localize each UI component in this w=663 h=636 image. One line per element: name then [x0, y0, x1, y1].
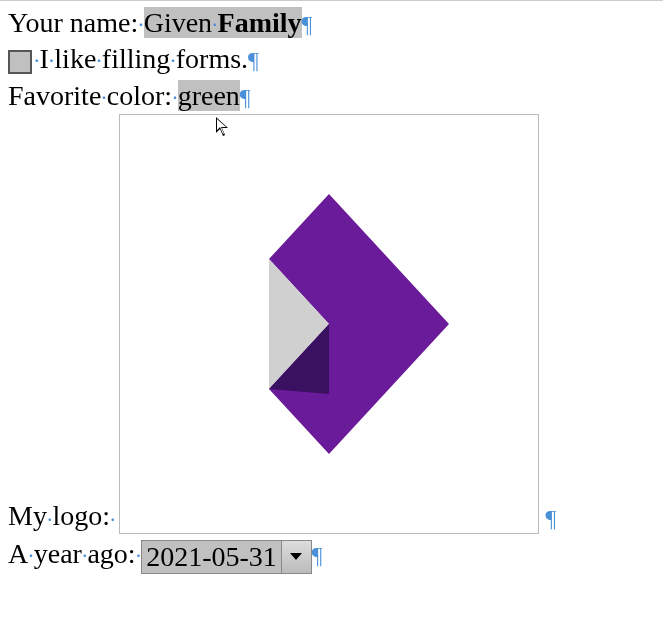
name-given: Given: [144, 7, 212, 38]
color-label-color: color:: [107, 80, 172, 111]
color-field[interactable]: green: [178, 80, 240, 111]
checkbox-label-I: I: [40, 43, 49, 74]
checkbox-label-filling: filling: [102, 43, 170, 74]
logo-label-logo: logo:: [52, 498, 110, 534]
date-line: A·year·ago:·2021-05-31¶: [8, 536, 655, 574]
pilcrow-mark: ¶: [545, 503, 556, 534]
date-value: 2021-05-31: [142, 541, 281, 573]
name-line: Your name:·Given·Family¶: [8, 5, 655, 41]
pilcrow-mark: ¶: [312, 542, 323, 568]
date-label-a: A: [8, 538, 28, 569]
color-line: Favorite·color:·green¶: [8, 78, 655, 114]
space-mark: ·: [110, 506, 116, 535]
checkbox-label-forms: forms.: [176, 43, 248, 74]
name-label: Your name:: [8, 7, 138, 38]
chevron-down-icon: [290, 553, 302, 560]
like-filling-forms-checkbox[interactable]: [8, 50, 32, 74]
date-dropdown-button[interactable]: [281, 541, 311, 573]
checkbox-label-like: like: [54, 43, 96, 74]
date-label-ago: ago:: [87, 538, 135, 569]
logo-line: My·logo:· ¶: [8, 114, 655, 534]
logo-image-field[interactable]: [119, 114, 539, 534]
space-mark: ·: [172, 85, 178, 110]
color-label-favorite: Favorite: [8, 80, 101, 111]
pilcrow-mark: ¶: [302, 11, 313, 37]
name-family: Family: [218, 7, 302, 38]
date-field[interactable]: 2021-05-31: [141, 540, 312, 574]
checkbox-line: ·I·like·filling·forms.¶: [8, 41, 655, 77]
logo-label-my: My: [8, 498, 47, 534]
name-field[interactable]: Given·Family: [144, 7, 302, 38]
pilcrow-mark: ¶: [248, 47, 259, 73]
logo-image: [199, 184, 459, 464]
date-label-year: year: [34, 538, 82, 569]
pilcrow-mark: ¶: [240, 84, 251, 110]
